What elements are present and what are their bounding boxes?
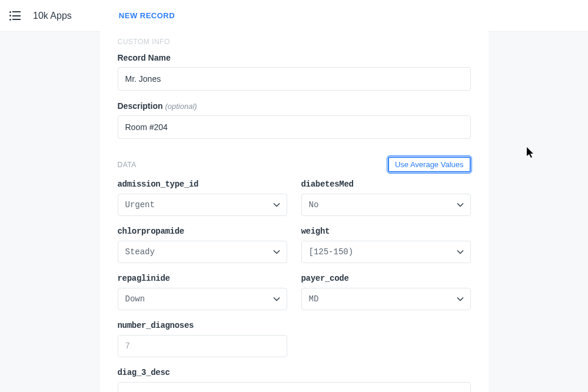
field-admission-type-id: admission_type_id Urgent: [118, 180, 287, 216]
payer-code-label: payer_code: [301, 274, 471, 283]
use-average-values-button[interactable]: Use Average Values: [388, 157, 471, 172]
data-section-header: DATA Use Average Values: [118, 157, 471, 172]
app-title: 10k Apps: [33, 11, 72, 21]
weight-select[interactable]: [125-150): [301, 241, 471, 263]
description-label: Description (optional): [118, 101, 471, 111]
chlorpropamide-label: chlorpropamide: [118, 227, 287, 236]
field-weight: weight [125-150): [301, 227, 471, 263]
chlorpropamide-select[interactable]: Steady: [118, 241, 287, 263]
record-name-input[interactable]: [118, 67, 471, 91]
field-record-name: Record Name: [118, 53, 471, 91]
content: CUSTOM INFO Record Name Description (opt…: [0, 32, 588, 392]
number-diagnoses-label: number_diagnoses: [118, 321, 287, 330]
admission-type-id-label: admission_type_id: [118, 180, 287, 189]
number-diagnoses-input[interactable]: [118, 335, 287, 357]
diabetes-med-label: diabetesMed: [301, 180, 471, 189]
field-diabetes-med: diabetesMed No: [301, 180, 471, 216]
field-description: Description (optional): [118, 101, 471, 139]
section-label-data: DATA: [118, 161, 137, 169]
record-name-label: Record Name: [118, 53, 471, 62]
admission-type-id-select[interactable]: Urgent: [118, 194, 287, 216]
menu-icon[interactable]: [9, 11, 21, 21]
repaglinide-select[interactable]: Down: [118, 288, 287, 310]
field-number-diagnoses: number_diagnoses: [118, 321, 287, 357]
description-label-text: Description: [118, 101, 165, 111]
description-optional: (optional): [165, 102, 197, 111]
spacer: [301, 321, 471, 357]
field-repaglinide: repaglinide Down: [118, 274, 287, 310]
field-payer-code: payer_code MD: [301, 274, 471, 310]
repaglinide-label: repaglinide: [118, 274, 287, 283]
data-grid: admission_type_id Urgent diabetesMed No …: [118, 180, 471, 392]
field-diag-3-desc: diag_3_desc: [118, 368, 471, 392]
payer-code-select[interactable]: MD: [301, 288, 471, 310]
diabetes-med-select[interactable]: No: [301, 194, 471, 216]
diag-3-desc-label: diag_3_desc: [118, 368, 471, 377]
section-label-custom-info: CUSTOM INFO: [118, 38, 471, 46]
page-title: NEW RECORD: [119, 11, 175, 20]
form-panel: CUSTOM INFO Record Name Description (opt…: [100, 26, 489, 392]
field-chlorpropamide: chlorpropamide Steady: [118, 227, 287, 263]
diag-3-desc-textarea[interactable]: [118, 382, 471, 392]
weight-label: weight: [301, 227, 471, 236]
description-input[interactable]: [118, 115, 471, 139]
